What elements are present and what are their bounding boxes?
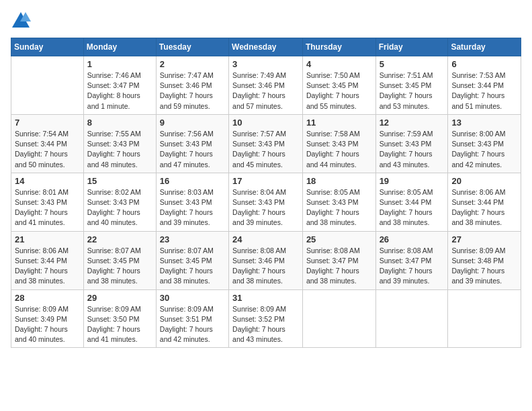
day-number: 25 [306, 234, 372, 244]
column-header-tuesday: Tuesday [156, 38, 228, 56]
day-number: 22 [87, 234, 152, 244]
day-number: 15 [87, 176, 152, 186]
calendar-cell: 3Sunrise: 7:49 AMSunset: 3:46 PMDaylight… [229, 56, 303, 115]
day-number: 21 [15, 234, 80, 244]
day-info: Sunrise: 7:54 AMSunset: 3:44 PMDaylight:… [15, 129, 80, 170]
calendar-cell: 23Sunrise: 8:07 AMSunset: 3:45 PMDayligh… [156, 231, 228, 289]
day-info: Sunrise: 8:08 AMSunset: 3:46 PMDaylight:… [232, 246, 299, 287]
calendar-cell: 4Sunrise: 7:50 AMSunset: 3:45 PMDaylight… [302, 56, 375, 115]
day-number: 29 [87, 293, 152, 303]
day-number: 5 [380, 59, 445, 69]
calendar-cell: 9Sunrise: 7:56 AMSunset: 3:43 PMDaylight… [156, 114, 228, 173]
day-info: Sunrise: 7:47 AMSunset: 3:46 PMDaylight:… [160, 71, 225, 111]
calendar-week-row: 28Sunrise: 8:09 AMSunset: 3:49 PMDayligh… [11, 289, 521, 348]
calendar-cell: 12Sunrise: 7:59 AMSunset: 3:43 PMDayligh… [375, 114, 448, 173]
column-header-saturday: Saturday [448, 38, 521, 56]
day-number: 23 [160, 234, 225, 244]
calendar-week-row: 1Sunrise: 7:46 AMSunset: 3:47 PMDaylight… [11, 56, 521, 115]
day-info: Sunrise: 8:03 AMSunset: 3:43 PMDaylight:… [160, 187, 225, 228]
day-number: 28 [15, 293, 80, 303]
day-info: Sunrise: 8:08 AMSunset: 3:47 PMDaylight:… [380, 246, 445, 287]
calendar-cell: 22Sunrise: 8:07 AMSunset: 3:45 PMDayligh… [83, 231, 156, 289]
calendar-cell: 24Sunrise: 8:08 AMSunset: 3:46 PMDayligh… [229, 231, 303, 289]
column-header-friday: Friday [375, 38, 448, 56]
day-number: 19 [380, 176, 445, 186]
calendar-cell: 26Sunrise: 8:08 AMSunset: 3:47 PMDayligh… [375, 231, 448, 289]
day-info: Sunrise: 7:56 AMSunset: 3:43 PMDaylight:… [160, 129, 225, 170]
day-number: 30 [160, 293, 225, 303]
calendar-cell: 10Sunrise: 7:57 AMSunset: 3:43 PMDayligh… [229, 114, 303, 173]
day-number: 24 [232, 234, 299, 244]
calendar-cell: 5Sunrise: 7:51 AMSunset: 3:45 PMDaylight… [375, 56, 448, 115]
day-number: 6 [451, 59, 517, 69]
day-number: 11 [306, 118, 372, 128]
calendar-cell: 2Sunrise: 7:47 AMSunset: 3:46 PMDaylight… [156, 56, 228, 115]
calendar-cell: 16Sunrise: 8:03 AMSunset: 3:43 PMDayligh… [156, 173, 228, 231]
day-number: 2 [160, 59, 225, 69]
day-number: 9 [160, 118, 225, 128]
calendar-cell: 6Sunrise: 7:53 AMSunset: 3:44 PMDaylight… [448, 56, 521, 115]
day-info: Sunrise: 7:59 AMSunset: 3:43 PMDaylight:… [380, 129, 445, 170]
calendar-cell [448, 289, 521, 348]
day-info: Sunrise: 8:09 AMSunset: 3:50 PMDaylight:… [87, 304, 152, 345]
day-info: Sunrise: 8:05 AMSunset: 3:43 PMDaylight:… [306, 187, 372, 228]
day-number: 18 [306, 176, 372, 186]
calendar-cell: 20Sunrise: 8:06 AMSunset: 3:44 PMDayligh… [448, 173, 521, 231]
day-info: Sunrise: 8:00 AMSunset: 3:43 PMDaylight:… [451, 129, 517, 170]
day-info: Sunrise: 7:58 AMSunset: 3:43 PMDaylight:… [306, 129, 372, 170]
day-info: Sunrise: 8:07 AMSunset: 3:45 PMDaylight:… [87, 246, 152, 287]
day-number: 27 [451, 234, 517, 244]
calendar-cell [11, 56, 84, 115]
day-info: Sunrise: 8:05 AMSunset: 3:44 PMDaylight:… [380, 187, 445, 228]
day-info: Sunrise: 8:04 AMSunset: 3:43 PMDaylight:… [232, 187, 299, 228]
day-info: Sunrise: 8:06 AMSunset: 3:44 PMDaylight:… [451, 187, 517, 228]
day-number: 10 [232, 118, 299, 128]
day-info: Sunrise: 8:09 AMSunset: 3:48 PMDaylight:… [451, 246, 517, 287]
day-info: Sunrise: 7:50 AMSunset: 3:45 PMDaylight:… [306, 71, 372, 111]
calendar-week-row: 14Sunrise: 8:01 AMSunset: 3:43 PMDayligh… [11, 173, 521, 231]
calendar-cell: 19Sunrise: 8:05 AMSunset: 3:44 PMDayligh… [375, 173, 448, 231]
calendar-cell: 14Sunrise: 8:01 AMSunset: 3:43 PMDayligh… [11, 173, 84, 231]
column-header-sunday: Sunday [11, 38, 84, 56]
calendar-cell: 7Sunrise: 7:54 AMSunset: 3:44 PMDaylight… [11, 114, 84, 173]
day-info: Sunrise: 7:57 AMSunset: 3:43 PMDaylight:… [232, 129, 299, 170]
column-header-thursday: Thursday [302, 38, 375, 56]
day-info: Sunrise: 7:55 AMSunset: 3:43 PMDaylight:… [87, 129, 152, 170]
day-number: 1 [87, 59, 152, 69]
calendar-week-row: 21Sunrise: 8:06 AMSunset: 3:44 PMDayligh… [11, 231, 521, 289]
day-info: Sunrise: 8:09 AMSunset: 3:52 PMDaylight:… [232, 304, 299, 345]
day-info: Sunrise: 8:08 AMSunset: 3:47 PMDaylight:… [306, 246, 372, 287]
day-number: 8 [87, 118, 152, 128]
calendar-cell: 27Sunrise: 8:09 AMSunset: 3:48 PMDayligh… [448, 231, 521, 289]
day-number: 31 [232, 293, 299, 303]
calendar-cell: 31Sunrise: 8:09 AMSunset: 3:52 PMDayligh… [229, 289, 303, 348]
calendar-cell: 30Sunrise: 8:09 AMSunset: 3:51 PMDayligh… [156, 289, 228, 348]
day-number: 4 [306, 59, 372, 69]
calendar-header-row: SundayMondayTuesdayWednesdayThursdayFrid… [11, 38, 521, 56]
day-number: 12 [380, 118, 445, 128]
calendar-cell [302, 289, 375, 348]
calendar-cell: 17Sunrise: 8:04 AMSunset: 3:43 PMDayligh… [229, 173, 303, 231]
calendar-cell: 18Sunrise: 8:05 AMSunset: 3:43 PMDayligh… [302, 173, 375, 231]
calendar-week-row: 7Sunrise: 7:54 AMSunset: 3:44 PMDaylight… [11, 114, 521, 173]
calendar-cell: 1Sunrise: 7:46 AMSunset: 3:47 PMDaylight… [83, 56, 156, 115]
calendar-cell: 25Sunrise: 8:08 AMSunset: 3:47 PMDayligh… [302, 231, 375, 289]
calendar-cell: 21Sunrise: 8:06 AMSunset: 3:44 PMDayligh… [11, 231, 84, 289]
calendar-cell [375, 289, 448, 348]
day-info: Sunrise: 8:02 AMSunset: 3:43 PMDaylight:… [87, 187, 152, 228]
column-header-wednesday: Wednesday [229, 38, 303, 56]
page-header [11, 11, 521, 31]
day-number: 14 [15, 176, 80, 186]
day-number: 3 [232, 59, 299, 69]
day-number: 26 [380, 234, 445, 244]
day-info: Sunrise: 8:09 AMSunset: 3:51 PMDaylight:… [160, 304, 225, 345]
logo-icon [11, 11, 31, 31]
calendar-cell: 11Sunrise: 7:58 AMSunset: 3:43 PMDayligh… [302, 114, 375, 173]
day-info: Sunrise: 7:46 AMSunset: 3:47 PMDaylight:… [87, 71, 152, 111]
day-number: 16 [160, 176, 225, 186]
calendar-cell: 8Sunrise: 7:55 AMSunset: 3:43 PMDaylight… [83, 114, 156, 173]
day-number: 13 [451, 118, 517, 128]
calendar-cell: 13Sunrise: 8:00 AMSunset: 3:43 PMDayligh… [448, 114, 521, 173]
logo [11, 11, 34, 31]
day-info: Sunrise: 8:06 AMSunset: 3:44 PMDaylight:… [15, 246, 80, 287]
